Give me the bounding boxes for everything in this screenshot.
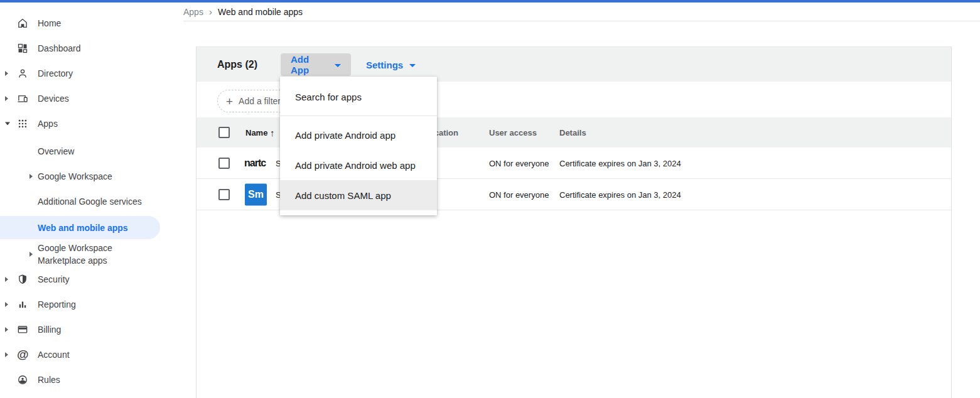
sidebar-item-directory[interactable]: Directory xyxy=(0,61,166,86)
sidebar-label-marketplace-apps: Google Workspace Marketplace apps xyxy=(38,242,144,267)
menu-item-search-for-apps[interactable]: Search for apps xyxy=(280,82,437,112)
sidebar-label-google-workspace: Google Workspace xyxy=(38,171,112,181)
chevron-right-icon[interactable] xyxy=(5,352,8,357)
sidebar-item-reporting[interactable]: Reporting xyxy=(0,292,166,317)
sidebar-label-web-and-mobile-apps: Web and mobile apps xyxy=(38,223,128,233)
sidebar-item-devices[interactable]: Devices xyxy=(0,86,166,111)
sidebar-label-account: Account xyxy=(38,350,70,360)
app-tile-logo: Sm xyxy=(245,183,267,205)
sort-ascending-icon[interactable]: ↑ xyxy=(270,127,275,138)
details-value: Certificate expires on Jan 3, 2024 xyxy=(559,190,681,199)
sidebar-item-rules[interactable]: Rules xyxy=(0,367,166,392)
sidebar-item-overview[interactable]: Overview xyxy=(0,139,166,164)
row-checkbox[interactable] xyxy=(218,189,230,200)
details-value: Certificate expires on Jan 3, 2024 xyxy=(559,158,681,168)
sidebar-label-additional-google-services: Additional Google services xyxy=(38,196,142,207)
sidebar-label-overview: Overview xyxy=(38,146,74,156)
breadcrumb-separator-icon: › xyxy=(209,6,212,17)
chevron-right-icon[interactable] xyxy=(5,277,8,282)
bar-chart-icon xyxy=(17,299,28,310)
sidebar-item-web-and-mobile-apps[interactable]: Web and mobile apps xyxy=(0,215,166,240)
page-title: Apps (2) xyxy=(217,59,257,70)
sidebar-label-apps: Apps xyxy=(38,119,58,129)
chevron-down-icon[interactable] xyxy=(5,122,10,126)
sidebar-label-directory: Directory xyxy=(38,68,73,78)
sidebar-label-billing: Billing xyxy=(38,325,61,335)
sidebar-label-security: Security xyxy=(38,274,70,284)
user-access-value: ON for everyone xyxy=(489,158,549,168)
menu-item-add-private-android-web-app[interactable]: Add private Android web app xyxy=(280,150,437,180)
chevron-right-icon[interactable] xyxy=(5,96,8,101)
helm-icon xyxy=(17,374,28,385)
user-access-value: ON for everyone xyxy=(489,190,549,199)
chevron-right-icon[interactable] xyxy=(30,174,33,179)
breadcrumb: Apps › Web and mobile apps xyxy=(183,3,303,21)
sidebar-item-google-workspace[interactable]: Google Workspace xyxy=(0,164,166,189)
sidebar-item-security[interactable]: Security xyxy=(0,267,166,292)
sidebar-item-marketplace-apps[interactable]: Google Workspace Marketplace apps xyxy=(0,239,166,269)
sidebar-item-billing[interactable]: Billing xyxy=(0,317,166,342)
person-icon xyxy=(17,68,28,79)
select-all-checkbox[interactable] xyxy=(218,127,230,138)
chevron-right-icon[interactable] xyxy=(5,327,8,332)
chevron-right-icon[interactable] xyxy=(30,252,33,257)
shield-icon xyxy=(17,274,28,285)
dropdown-arrow-icon xyxy=(409,64,416,67)
add-app-dropdown-menu: Search for apps Add private Android app … xyxy=(280,77,437,215)
row-checkbox[interactable] xyxy=(218,158,230,169)
sidebar: Home Dashboard Directory Devices Apps Ov… xyxy=(0,3,166,398)
app-wordmark-logo: nartc xyxy=(244,158,266,169)
column-header-details[interactable]: Details xyxy=(559,128,586,137)
sidebar-label-dashboard: Dashboard xyxy=(38,43,81,53)
plus-icon: + xyxy=(226,95,233,107)
sidebar-label-rules: Rules xyxy=(38,375,60,385)
home-icon xyxy=(17,18,28,29)
dashboard-icon xyxy=(17,43,28,54)
column-header-user-access[interactable]: User access xyxy=(489,128,537,137)
sidebar-label-reporting: Reporting xyxy=(38,299,76,309)
at-sign-icon: @ xyxy=(17,349,28,360)
add-filter-label: Add a filter xyxy=(239,96,281,106)
dropdown-arrow-icon xyxy=(335,64,341,67)
breadcrumb-divider xyxy=(183,21,980,21)
sidebar-label-devices: Devices xyxy=(38,94,69,104)
settings-button-label: Settings xyxy=(366,60,403,70)
breadcrumb-apps-link[interactable]: Apps xyxy=(183,7,203,17)
sidebar-item-apps[interactable]: Apps xyxy=(0,111,166,136)
sidebar-item-account[interactable]: @ Account xyxy=(0,342,166,367)
chevron-right-icon[interactable] xyxy=(5,302,8,307)
sidebar-item-home[interactable]: Home xyxy=(0,11,166,36)
credit-card-icon xyxy=(17,324,28,335)
chevron-right-icon[interactable] xyxy=(5,71,8,76)
breadcrumb-current-page: Web and mobile apps xyxy=(218,7,303,17)
settings-button[interactable]: Settings xyxy=(356,53,426,76)
column-header-name[interactable]: Name xyxy=(245,128,267,137)
menu-divider xyxy=(280,116,437,116)
sidebar-item-additional-google-services[interactable]: Additional Google services xyxy=(0,189,166,214)
devices-icon xyxy=(17,93,28,104)
add-app-button-label: Add App xyxy=(291,54,328,75)
sidebar-item-dashboard[interactable]: Dashboard xyxy=(0,36,166,61)
menu-item-add-private-android-app[interactable]: Add private Android app xyxy=(280,120,437,150)
sidebar-label-home: Home xyxy=(38,18,61,28)
apps-grid-icon xyxy=(17,118,28,129)
add-app-button[interactable]: Add App xyxy=(281,53,351,76)
menu-item-add-custom-saml-app[interactable]: Add custom SAML app xyxy=(280,180,437,210)
